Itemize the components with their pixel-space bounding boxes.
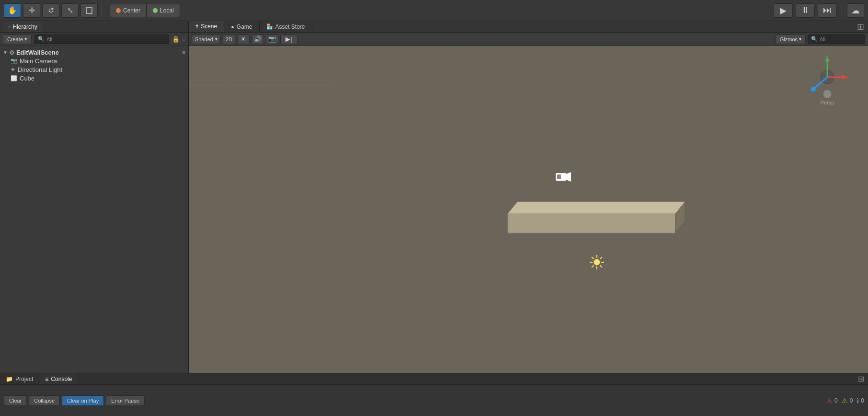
svg-rect-0 (86, 8, 92, 13)
pivot-group: Center Local (110, 4, 180, 17)
scene-extras-button[interactable]: ▶| (280, 35, 297, 44)
error-count-badge: ⚠ 0 (826, 397, 838, 404)
main-toolbar: ✋ ✛ ↺ ⤡ Center Local ▶ ⏸ ⏭ ☁ (0, 0, 868, 21)
gizmos-button[interactable]: Gizmos ▾ (776, 35, 806, 44)
console-toolbar: Clear Collapse Clear on Play Error Pause (4, 395, 145, 406)
hierarchy-search-icon: 🔍 (38, 36, 45, 42)
local-pivot-label: Local (160, 7, 174, 14)
hierarchy-tab-label: Hierarchy (12, 23, 37, 30)
collapse-button[interactable]: Collapse (29, 395, 60, 406)
project-tab[interactable]: 📁 Project (0, 373, 39, 384)
scene-effects-button[interactable]: 📷 (266, 35, 278, 44)
scene-tab-label: Scene (201, 23, 217, 30)
scene-toolbar-right: Gizmos ▾ 🔍 All (776, 35, 865, 44)
asset-store-label: Asset Store (275, 23, 305, 30)
hierarchy-item-cube[interactable]: ⬜ Cube (0, 74, 188, 82)
clear-button[interactable]: Clear (4, 395, 27, 406)
local-pivot-icon (153, 8, 158, 13)
scene-search-box[interactable]: 🔍 All (808, 35, 865, 44)
asset-store-tab[interactable]: 🏪 Asset Store (260, 21, 312, 32)
hierarchy-tab-icon: ≡ (8, 24, 11, 30)
hierarchy-item-main-camera[interactable]: 📷 Main Camera (0, 57, 188, 65)
hierarchy-panel: ≡ Hierarchy Create ▾ 🔍 All 🔒 ≡ ▼ (0, 21, 189, 373)
scene-tab-bar: # Scene ● Game 🏪 Asset Store ⊞ (189, 21, 868, 33)
svg-rect-8 (557, 174, 561, 179)
warning-icon: ⚠ (842, 397, 848, 404)
hierarchy-tab[interactable]: ≡ Hierarchy (3, 22, 42, 32)
step-button[interactable]: ⏭ (818, 3, 837, 18)
rect-tool-button[interactable] (80, 3, 98, 18)
hand-tool-button[interactable]: ✋ (4, 3, 21, 18)
bottom-tab-bar: 📁 Project ≡ Console ⊞ (0, 373, 868, 385)
console-tab[interactable]: ≡ Console (39, 373, 78, 384)
play-button[interactable]: ▶ (774, 3, 793, 18)
create-button[interactable]: Create ▾ (3, 35, 32, 44)
hierarchy-content: ▼ ◇ EditWallScene ≡ 📷 Main Camera ☀ Dire… (0, 46, 188, 373)
scene-gizmo-widget[interactable]: y x Persp (801, 56, 854, 113)
scene-panel: # Scene ● Game 🏪 Asset Store ⊞ Shaded ▾ … (189, 21, 868, 373)
cube-label: Cube (20, 75, 34, 82)
cloud-button[interactable]: ☁ (847, 3, 864, 18)
rotate-tool-button[interactable]: ↺ (42, 3, 59, 18)
hierarchy-search-placeholder: All (46, 36, 52, 42)
shading-dropdown-icon: ▾ (215, 36, 217, 42)
error-pause-label: Error Pause (111, 398, 139, 404)
move-tool-button[interactable]: ✛ (23, 3, 40, 18)
error-pause-button[interactable]: Error Pause (106, 395, 145, 406)
local-pivot-button[interactable]: Local (147, 4, 180, 17)
scene-lighting-button[interactable]: ☀ (237, 35, 250, 44)
svg-line-17 (592, 266, 594, 268)
hierarchy-item-directional-light[interactable]: ☀ Directional Light (0, 65, 188, 74)
asset-store-icon: 🏪 (266, 23, 273, 30)
light-hierarchy-icon: ☀ (11, 67, 15, 73)
directional-light-scene-icon (590, 255, 604, 273)
hierarchy-lock-icon: 🔒 (172, 35, 180, 43)
game-tab[interactable]: ● Game (224, 21, 259, 32)
project-tab-icon: 📁 (6, 376, 13, 382)
scene-audio-button[interactable]: 🔊 (251, 35, 264, 44)
hierarchy-toolbar: Create ▾ 🔍 All 🔒 ≡ (0, 33, 188, 46)
scene-collapse-arrow: ▼ (3, 50, 8, 55)
clear-on-play-label: Clear on Play (67, 398, 99, 404)
pause-button[interactable]: ⏸ (796, 3, 815, 18)
center-pivot-label: Center (123, 7, 140, 14)
svg-point-30 (823, 90, 832, 98)
svg-marker-7 (566, 172, 571, 182)
scale-tool-button[interactable]: ⤡ (61, 3, 79, 18)
scene-icon: ◇ (10, 49, 14, 56)
svg-line-14 (592, 257, 594, 259)
svg-line-15 (600, 266, 602, 268)
scene-tab-end-menu[interactable]: ⊞ (853, 21, 868, 32)
svg-text:x: x (845, 74, 848, 80)
hierarchy-search-box[interactable]: 🔍 All (34, 35, 169, 44)
scene-tab[interactable]: # Scene (189, 21, 224, 32)
console-tab-label: Console (51, 376, 72, 382)
scene-name: EditWallScene (16, 49, 59, 56)
gizmos-label: Gizmos (780, 36, 798, 42)
scene-search-icon: 🔍 (811, 36, 818, 42)
center-pivot-button[interactable]: Center (110, 4, 147, 17)
hierarchy-menu-icon: ≡ (182, 35, 185, 43)
directional-light-label: Directional Light (18, 66, 62, 73)
2d-toggle-button[interactable]: 2D (223, 35, 235, 44)
hierarchy-scene-root[interactable]: ▼ ◇ EditWallScene ≡ (0, 48, 188, 57)
warning-count-badge: ⚠ 0 (842, 397, 853, 404)
bottom-panel: 📁 Project ≡ Console ⊞ Clear Collapse Cle… (0, 373, 868, 416)
bottom-panel-end-menu[interactable]: ⊞ (854, 373, 868, 384)
clear-on-play-button[interactable]: Clear on Play (62, 395, 104, 406)
camera-hierarchy-icon: 📷 (11, 58, 17, 64)
perspective-label[interactable]: Persp (821, 100, 834, 105)
scene-search-placeholder: All (820, 36, 825, 42)
collapse-label: Collapse (34, 398, 55, 404)
shading-dropdown[interactable]: Shaded ▾ (192, 35, 221, 44)
error-icon: ⚠ (826, 397, 833, 404)
error-count: 0 (834, 397, 838, 404)
hierarchy-tab-bar: ≡ Hierarchy (0, 21, 188, 33)
scene-viewport[interactable]: y x Persp (189, 46, 868, 373)
2d-label: 2D (226, 36, 232, 42)
info-count: 0 (861, 397, 864, 404)
toolbar-right: ▶ ⏸ ⏭ ☁ (774, 3, 864, 18)
info-icon: ℹ (857, 397, 859, 404)
gizmo-axes-svg: y x (806, 56, 849, 99)
cube-hierarchy-icon: ⬜ (11, 75, 17, 81)
